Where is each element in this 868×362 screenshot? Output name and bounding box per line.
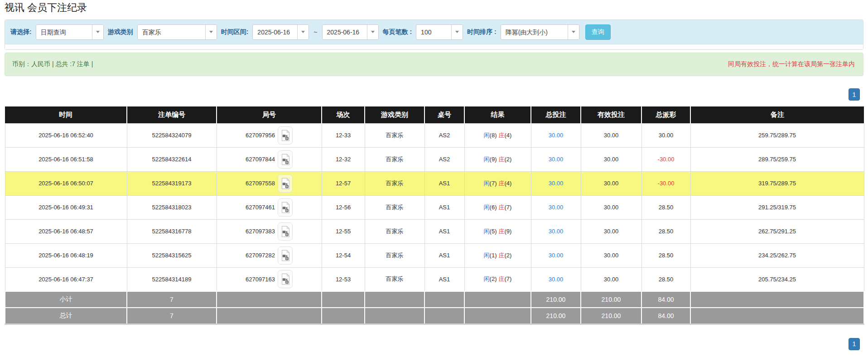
cell-valid-bet: 30.00 bbox=[581, 267, 641, 291]
result-player: 闲 bbox=[484, 204, 490, 211]
cell-round-number: 627097956 bbox=[217, 123, 322, 147]
chevron-down-icon bbox=[205, 25, 217, 39]
col-session: 场次 bbox=[322, 106, 365, 123]
summary-bar: 币别：人民币 | 总共 :7 注单 | 同局有效投注，统一计算在该局第一张注单内 bbox=[5, 53, 863, 76]
result-player-points: (7) bbox=[490, 180, 497, 187]
result-banker-points: (7) bbox=[505, 275, 512, 282]
summary-empty-cell bbox=[690, 308, 864, 324]
page-size-select[interactable]: 100 bbox=[416, 24, 463, 40]
filter-bar: 请选择: 日期查询 游戏类别 百家乐 时间区间: 2025-06-16 ~ 20… bbox=[5, 20, 863, 44]
summary-total-bet-cell: 210.00 bbox=[531, 308, 581, 324]
total-bet-link[interactable]: 30.00 bbox=[549, 252, 564, 259]
result-player-points: (5) bbox=[490, 228, 497, 235]
round-number: 627097558 bbox=[246, 180, 275, 187]
cell-table-number: AS2 bbox=[424, 147, 464, 171]
cell-session: 12-55 bbox=[322, 219, 365, 243]
result-banker: 庄 bbox=[499, 275, 505, 282]
cell-game-category: 百家乐 bbox=[365, 123, 424, 147]
total-bet-link[interactable]: 30.00 bbox=[549, 204, 564, 211]
cell-result: 闲(8)庄(4) bbox=[464, 123, 531, 147]
search-button[interactable]: 查询 bbox=[585, 24, 611, 40]
round-number: 627097282 bbox=[246, 252, 275, 259]
result-player: 闲 bbox=[484, 228, 490, 235]
table-row: 2025-06-16 06:47:37 522584314189 6270971… bbox=[5, 267, 864, 291]
result-player-points: (6) bbox=[490, 204, 497, 211]
cell-remark: 262.75/291.25 bbox=[690, 219, 864, 243]
film-document-icon bbox=[281, 250, 290, 261]
film-document-icon bbox=[281, 130, 290, 141]
summary-count-cell: 7 bbox=[127, 291, 217, 308]
cell-game-category: 百家乐 bbox=[365, 243, 424, 267]
pagination-bottom: 1 bbox=[5, 338, 863, 350]
cell-table-number: AS1 bbox=[424, 219, 464, 243]
summary-total-bet-cell: 210.00 bbox=[531, 291, 581, 308]
cell-total-bet: 30.00 bbox=[531, 123, 581, 147]
table-row: 2025-06-16 06:50:07 522584319173 6270975… bbox=[5, 171, 864, 195]
chevron-down-icon bbox=[367, 25, 378, 39]
cell-total-bet: 30.00 bbox=[531, 243, 581, 267]
cell-game-category: 百家乐 bbox=[365, 147, 424, 171]
video-replay-button[interactable] bbox=[278, 222, 293, 241]
date-to-value: 2025-06-16 bbox=[323, 25, 367, 39]
summary-empty-cell bbox=[322, 308, 365, 324]
round-number: 627097383 bbox=[246, 228, 275, 235]
filter-panel-body bbox=[5, 44, 863, 49]
cell-time: 2025-06-16 06:47:37 bbox=[5, 267, 127, 291]
cell-time: 2025-06-16 06:48:57 bbox=[5, 219, 127, 243]
col-round-no: 局号 bbox=[217, 106, 322, 123]
time-sort-select[interactable]: 降冪(由大到小) bbox=[501, 24, 579, 40]
cell-game-category: 百家乐 bbox=[365, 171, 424, 195]
total-bet-link[interactable]: 30.00 bbox=[549, 276, 564, 283]
page-title: 视讯 会员下注纪录 bbox=[5, 0, 863, 14]
summary-empty-cell bbox=[690, 291, 864, 308]
video-replay-button[interactable] bbox=[278, 126, 293, 145]
notice-text: 同局有效投注，统一计算在该局第一张注单内 bbox=[728, 60, 855, 68]
table-header: 时间 注单编号 局号 场次 游戏类别 桌号 结果 总投注 有效投注 总派彩 备注 bbox=[5, 106, 864, 123]
result-player-points: (2) bbox=[490, 275, 497, 282]
summary-payout-cell: 84.00 bbox=[641, 308, 690, 324]
bet-records-table: 时间 注单编号 局号 场次 游戏类别 桌号 结果 总投注 有效投注 总派彩 备注… bbox=[5, 106, 864, 325]
cell-payout: 28.50 bbox=[641, 243, 690, 267]
date-from-input[interactable]: 2025-06-16 bbox=[252, 24, 309, 40]
chevron-down-icon bbox=[92, 25, 103, 39]
cell-valid-bet: 30.00 bbox=[581, 243, 641, 267]
cell-total-bet: 30.00 bbox=[531, 195, 581, 219]
cell-round-number: 627097461 bbox=[217, 195, 322, 219]
total-bet-link[interactable]: 30.00 bbox=[549, 132, 564, 139]
video-replay-button[interactable] bbox=[278, 270, 293, 288]
round-number: 627097956 bbox=[246, 132, 275, 139]
video-replay-button[interactable] bbox=[278, 174, 293, 193]
game-category-select[interactable]: 百家乐 bbox=[137, 24, 217, 40]
cell-session: 12-54 bbox=[322, 243, 365, 267]
summary-empty-cell bbox=[217, 308, 322, 324]
total-bet-link[interactable]: 30.00 bbox=[549, 180, 564, 187]
cell-remark: 289.75/259.75 bbox=[690, 147, 864, 171]
result-banker: 庄 bbox=[499, 156, 505, 163]
result-banker-points: (7) bbox=[505, 204, 512, 211]
time-sort-value: 降冪(由大到小) bbox=[501, 25, 568, 39]
cell-valid-bet: 30.00 bbox=[581, 171, 641, 195]
query-type-label: 请选择: bbox=[10, 28, 32, 36]
cell-valid-bet: 30.00 bbox=[581, 219, 641, 243]
video-replay-button[interactable] bbox=[278, 198, 293, 217]
summary-empty-cell bbox=[365, 291, 424, 308]
result-banker-points: (2) bbox=[505, 156, 512, 163]
cell-game-category: 百家乐 bbox=[365, 267, 424, 291]
total-bet-link[interactable]: 30.00 bbox=[549, 156, 564, 163]
cell-round-number: 627097844 bbox=[217, 147, 322, 171]
video-replay-button[interactable] bbox=[278, 150, 293, 169]
summary-empty-cell bbox=[464, 291, 531, 308]
video-replay-button[interactable] bbox=[278, 246, 293, 265]
pagination-top: 1 bbox=[5, 88, 863, 101]
total-bet-link[interactable]: 30.00 bbox=[549, 228, 564, 235]
page-size-label: 每页笔数 : bbox=[383, 28, 412, 36]
summary-valid-bet-cell: 210.00 bbox=[581, 291, 641, 308]
summary-label-cell: 总计 bbox=[5, 308, 127, 324]
page-1-button-top[interactable]: 1 bbox=[849, 88, 860, 101]
col-payout: 总派彩 bbox=[641, 106, 690, 123]
summary-valid-bet-cell: 210.00 bbox=[581, 308, 641, 324]
date-to-input[interactable]: 2025-06-16 bbox=[322, 24, 379, 40]
page-1-button-bottom[interactable]: 1 bbox=[849, 338, 860, 350]
query-type-select[interactable]: 日期查询 bbox=[36, 24, 104, 40]
cell-round-number: 627097163 bbox=[217, 267, 322, 291]
